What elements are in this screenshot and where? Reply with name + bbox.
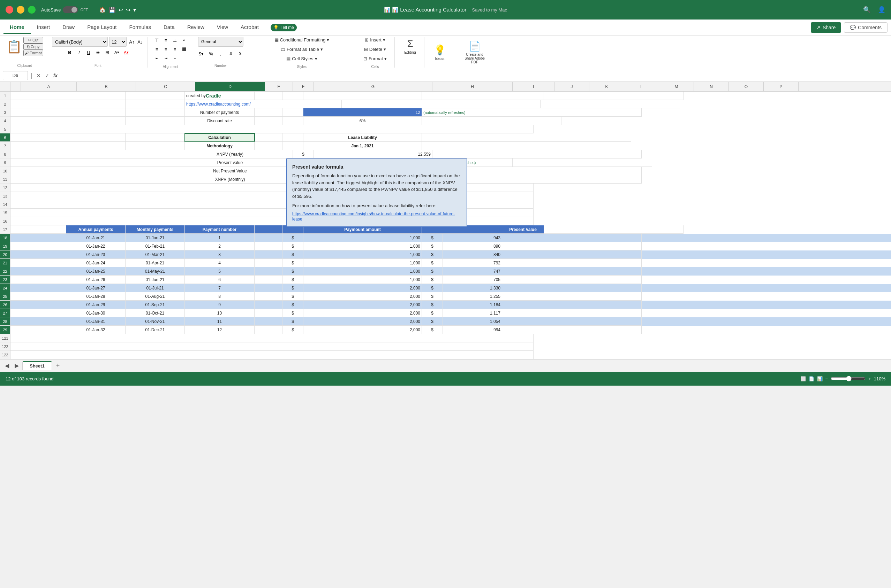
number-format-select[interactable]: General [198,37,244,46]
col-header-b[interactable]: B [77,82,136,91]
minimize-button[interactable] [17,6,24,14]
col-header-a[interactable]: A [21,82,77,91]
decrease-decimal-button[interactable]: .0 [226,50,235,58]
col-header-f[interactable]: F [293,82,314,91]
tab-formulas[interactable]: Formulas [123,21,157,34]
cell-i18[interactable]: 943 [443,234,502,242]
tab-data[interactable]: Data [157,21,181,34]
increase-indent-button[interactable]: ⇥ [162,54,170,63]
cell-c2[interactable] [125,100,185,108]
cell-i22[interactable]: 747 [443,267,502,276]
cell-a1[interactable] [11,92,66,100]
format-as-table-button[interactable]: 🗃 Format as Table ▾ [277,45,327,53]
cell-h24[interactable]: $ [422,284,443,292]
cell-b20[interactable]: 01-Jan-23 [66,250,125,259]
cell-b3[interactable] [66,108,125,117]
cell-d25[interactable]: 8 [185,292,254,301]
cell-a3[interactable] [11,108,66,117]
col-header-l[interactable]: L [624,82,659,91]
cell-h6[interactable] [422,134,631,142]
cell-c7[interactable] [125,142,185,150]
cell-a23[interactable] [11,276,66,284]
comma-button[interactable]: , [217,50,225,58]
confirm-formula-icon[interactable]: ✓ [44,72,51,79]
formula-input[interactable] [62,71,888,80]
col-header-c[interactable]: C [136,82,195,91]
cell-f4[interactable] [283,117,303,125]
cell-c27[interactable]: 01-Oct-21 [125,309,185,317]
align-center-button[interactable]: ≡ [162,45,170,54]
cell-j26[interactable] [502,301,642,309]
cell-e4[interactable] [254,117,283,125]
cell-j1[interactable] [544,92,683,100]
cell-d6[interactable]: Calculation [185,134,254,142]
cell-i28[interactable]: 1,054 [443,317,502,326]
page-break-icon[interactable]: 📊 [817,376,823,381]
cell-e6[interactable] [254,134,283,142]
cell-f3[interactable] [283,108,303,117]
col-header-h[interactable]: H [432,82,513,91]
col-header-j[interactable]: J [554,82,589,91]
copy-button[interactable]: ⎘ Copy [23,44,43,50]
tab-page-layout[interactable]: Page Layout [81,21,123,34]
cell-121[interactable] [11,334,534,342]
cell-j19[interactable] [502,242,642,250]
cell-h7[interactable] [422,142,631,150]
percent-button[interactable]: % [207,50,215,58]
cell-b25[interactable]: 01-Jan-28 [66,292,125,301]
cell-h29[interactable]: $ [422,326,443,334]
tab-view[interactable]: View [211,21,234,34]
sheet-tab-add[interactable]: + [53,361,63,370]
cell-d24[interactable]: 7 [185,284,254,292]
col-header-g[interactable]: G [314,82,432,91]
corner-cell[interactable] [0,82,11,91]
cell-f29[interactable]: $ [283,326,303,334]
cell-f1[interactable] [283,92,303,100]
cell-g2[interactable] [342,100,460,108]
cell-g23[interactable]: 1,000 [303,276,422,284]
col-header-n[interactable]: N [694,82,729,91]
decrease-font-button[interactable]: A↓ [136,38,144,46]
cell-c3[interactable] [125,108,185,117]
cell-a7[interactable] [11,142,66,150]
autosave-toggle[interactable] [63,6,78,13]
paste-button[interactable]: 📋 [6,39,22,54]
cell-e29[interactable] [254,326,283,334]
cell-d23[interactable]: 6 [185,276,254,284]
cell-b2[interactable] [66,100,125,108]
increase-decimal-button[interactable]: 0. [236,50,244,58]
cell-i25[interactable]: 1,255 [443,292,502,301]
sheet-tab-prev[interactable]: ◀ [3,362,11,370]
sheet-tab-next[interactable]: ▶ [12,362,21,370]
cell-d21[interactable]: 4 [185,259,254,267]
cell-j27[interactable] [502,309,642,317]
cell-i3[interactable] [502,108,642,117]
cell-a22[interactable] [11,267,66,276]
cell-d17[interactable]: Payment number [185,225,254,234]
align-left-button[interactable]: ≡ [153,45,161,54]
cell-e17[interactable] [254,225,283,234]
cell-h27[interactable]: $ [422,309,443,317]
cell-c4[interactable] [125,117,185,125]
cell-g18[interactable]: 1,000 [303,234,422,242]
cell-5[interactable] [11,125,534,134]
cell-d29[interactable]: 12 [185,326,254,334]
cell-a17[interactable] [11,225,66,234]
cell-j20[interactable] [502,250,642,259]
cell-d3[interactable]: Number of payments [185,108,254,117]
conditional-formatting-button[interactable]: ▦ Conditional Formatting ▾ [270,36,334,44]
cell-f8[interactable]: $ [293,150,314,159]
cell-a26[interactable] [11,301,66,309]
col-header-rn[interactable] [11,82,21,91]
strikethrough-button[interactable]: S [94,48,102,56]
cell-e19[interactable] [254,242,283,250]
cell-e1[interactable] [254,92,283,100]
cell-g25[interactable]: 2,000 [303,292,422,301]
cell-g8[interactable]: 12,559 [314,150,432,159]
page-layout-icon[interactable]: 📄 [809,376,814,381]
cell-h21[interactable]: $ [422,259,443,267]
cell-b28[interactable]: 01-Jan-31 [66,317,125,326]
cell-a24[interactable] [11,284,66,292]
cell-f22[interactable]: $ [283,267,303,276]
cell-i1[interactable] [502,92,544,100]
